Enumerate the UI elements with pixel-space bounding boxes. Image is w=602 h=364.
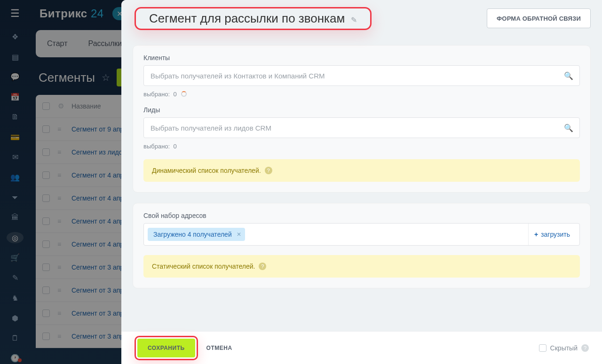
upload-button[interactable]: + загрузить (528, 224, 576, 245)
own-addresses-card: Свой набор адресов Загружено 4 получател… (133, 203, 591, 288)
recipients-card: Клиенты 🔍 выбрано: 0 Лиды 🔍 выбрано: 0 (133, 45, 591, 193)
leads-selected: выбрано: 0 (143, 143, 580, 150)
help-icon[interactable]: ? (581, 344, 589, 352)
leads-input[interactable] (143, 117, 580, 138)
loaded-chip-text: Загружено 4 получателей (153, 231, 232, 238)
edit-title-icon[interactable]: ✎ (351, 16, 357, 24)
hidden-label: Скрытый (550, 344, 578, 352)
help-icon[interactable]: ? (265, 167, 272, 174)
panel-header: Сегмент для рассылки по звонкам ✎ ФОРМА … (121, 0, 602, 37)
static-info-text: Статический список получателей. (152, 263, 255, 270)
leads-selected-count: 0 (173, 143, 176, 150)
footer-right: Скрытый ? (539, 344, 589, 352)
leads-search: 🔍 (143, 117, 580, 138)
save-highlight-box: СОХРАНИТЬ (135, 336, 198, 360)
clients-label: Клиенты (143, 54, 580, 62)
help-icon[interactable]: ? (259, 263, 266, 270)
loading-spinner-icon (181, 91, 187, 97)
leads-label: Лиды (143, 106, 580, 114)
clients-selected-label: выбрано: (143, 91, 170, 98)
clients-selected: выбрано: 0 (143, 91, 580, 98)
own-label: Свой набор адресов (143, 212, 580, 219)
remove-chip-icon[interactable]: ✕ (237, 231, 241, 238)
title-highlight-box: Сегмент для рассылки по звонкам ✎ (135, 7, 372, 30)
own-addresses-row: Загружено 4 получателей ✕ + загрузить (143, 223, 580, 246)
feedback-button[interactable]: ФОРМА ОБРАТНОЙ СВЯЗИ (487, 8, 591, 28)
segment-title[interactable]: Сегмент для рассылки по звонкам (149, 11, 345, 25)
segment-editor-panel: Сегмент для рассылки по звонкам ✎ ФОРМА … (121, 0, 602, 364)
clients-input[interactable] (143, 65, 580, 86)
upload-label: загрузить (541, 231, 570, 238)
plus-icon: + (534, 231, 538, 238)
search-icon: 🔍 (564, 71, 573, 80)
clients-selected-count: 0 (173, 91, 176, 98)
hidden-checkbox[interactable] (539, 344, 547, 352)
loaded-chip[interactable]: Загружено 4 получателей ✕ (148, 228, 245, 241)
save-button[interactable]: СОХРАНИТЬ (137, 339, 195, 357)
leads-selected-label: выбрано: (143, 143, 170, 150)
dynamic-info-text: Динамический список получателей. (152, 167, 261, 174)
search-icon: 🔍 (564, 124, 573, 132)
dynamic-info-strip: Динамический список получателей. ? (143, 159, 580, 182)
panel-body: Клиенты 🔍 выбрано: 0 Лиды 🔍 выбрано: 0 (121, 37, 602, 331)
static-info-strip: Статический список получателей. ? (143, 255, 580, 278)
clients-search: 🔍 (143, 65, 580, 86)
panel-footer: СОХРАНИТЬ ОТМЕНА Скрытый ? (121, 331, 602, 364)
cancel-button[interactable]: ОТМЕНА (206, 345, 232, 351)
